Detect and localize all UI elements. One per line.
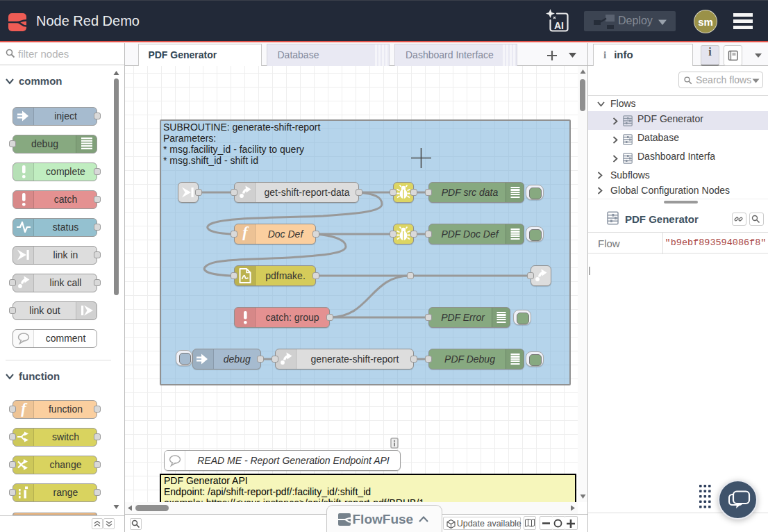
svg-text:AI: AI	[554, 20, 564, 31]
